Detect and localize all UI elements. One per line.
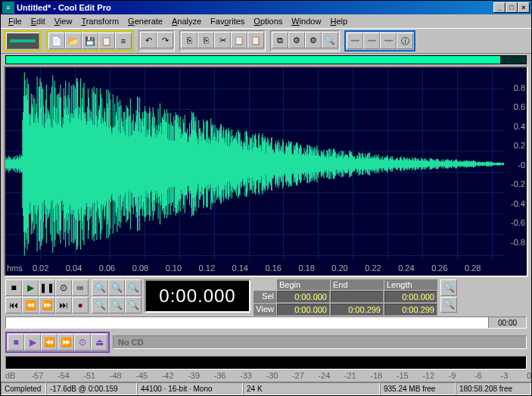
redo-button[interactable]: ↷: [157, 32, 173, 48]
cut-button[interactable]: ✂: [214, 32, 231, 48]
zoom-out-button[interactable]: 🔍: [108, 279, 125, 296]
menu-view[interactable]: View: [50, 16, 77, 27]
level-meter[interactable]: [5, 356, 527, 369]
vzoom-out-button[interactable]: 🔍: [440, 297, 457, 313]
goto-begin-button[interactable]: ⏮: [5, 297, 22, 313]
zoom-sel-button[interactable]: 🔍: [92, 297, 108, 313]
selection-view-grid: Begin End Length Sel 0:00.000 0:00.000 V…: [254, 279, 437, 313]
undo-button[interactable]: ↶: [140, 32, 157, 48]
cd-next-button[interactable]: ⏩: [58, 334, 74, 351]
play-button[interactable]: ▶: [22, 279, 39, 296]
status-size: 24 K: [243, 382, 380, 395]
db-tick: -3: [501, 371, 509, 380]
waveform-display[interactable]: hms 0.020.040.060.080.100.120.140.160.18…: [4, 66, 528, 277]
time-tick: 0.10: [166, 263, 182, 273]
menu-options[interactable]: Options: [249, 16, 287, 27]
rewind-button[interactable]: ⏪: [22, 297, 39, 313]
menu-edit[interactable]: Edit: [26, 16, 50, 27]
db-tick: -12: [422, 371, 434, 380]
open-file-button[interactable]: 📂: [65, 33, 82, 49]
view-length[interactable]: 0:00.299: [384, 304, 437, 316]
paste-button[interactable]: 📋: [231, 32, 247, 48]
db-tick: -57: [31, 371, 43, 380]
db-tick: -30: [266, 371, 278, 380]
vzoom-in-button[interactable]: 🔍: [440, 279, 457, 296]
db-tick: -45: [135, 371, 148, 380]
trim-button[interactable]: ⧉: [272, 32, 288, 48]
db-tick: -9: [449, 371, 456, 380]
horizontal-scrollbar[interactable]: 00:00: [5, 316, 527, 329]
time-ruler[interactable]: hms 0.020.040.060.080.100.120.140.160.18…: [5, 260, 504, 276]
fforward-button[interactable]: ⏩: [39, 297, 55, 313]
view-waveform-button[interactable]: 〰: [347, 33, 363, 49]
menu-favorites[interactable]: Favorites: [206, 16, 249, 27]
copy-button[interactable]: ⎘: [181, 32, 198, 48]
time-tick: 0.28: [465, 263, 481, 273]
db-tick: -48: [110, 371, 122, 380]
amp-tick: 0.6: [514, 102, 525, 111]
zoom-in-left-button[interactable]: 🔍: [108, 297, 125, 313]
menu-transform[interactable]: Transform: [76, 16, 123, 27]
goto-end-button[interactable]: ⏭: [55, 297, 72, 313]
play-to-end-button[interactable]: ⊙: [55, 279, 72, 296]
menu-file[interactable]: File: [4, 16, 26, 27]
zoom-full-button[interactable]: 🔍: [125, 279, 142, 296]
transport-panel: ■ ▶ ❚❚ ⊙ ∞ ⏮ ⏪ ⏩ ⏭ ● 🔍 🔍 🔍 🔍 🔍: [1, 277, 531, 315]
close-button[interactable]: ×: [518, 2, 530, 13]
time-display[interactable]: 0:00.000: [145, 279, 250, 313]
sel-length[interactable]: 0:00.000: [384, 291, 437, 303]
time-tick: 0.16: [265, 263, 281, 273]
new-file-button[interactable]: 📄: [48, 33, 65, 49]
db-tick: -24: [318, 371, 330, 380]
row-sel-label: Sel: [254, 291, 276, 303]
cd-panel: ■ ▶ ⏪ ⏩ ⊙ ⏏ No CD: [1, 330, 531, 354]
pause-button[interactable]: ❚❚: [39, 279, 55, 296]
multitrack-button[interactable]: ≡: [115, 33, 132, 49]
time-tick: 0.08: [132, 263, 148, 273]
stop-button[interactable]: ■: [5, 279, 22, 296]
menu-window[interactable]: Window: [287, 16, 325, 27]
menu-analyze[interactable]: Analyze: [167, 16, 206, 27]
app-icon: ≡: [2, 2, 14, 14]
view-info-button[interactable]: ⓘ: [397, 33, 413, 49]
settings-button[interactable]: ⚙: [305, 32, 322, 48]
sel-begin[interactable]: 0:00.000: [277, 291, 330, 303]
play-loop-button[interactable]: ∞: [72, 279, 89, 296]
db-tick: -54: [58, 371, 70, 380]
toolbar-row: 📄 📂 💾 📋 ≡ ↶ ↷ ⎘ ⎘ ✂ 📋 📋 ⧉ ⚙ ⚙ 🔍 〰 〰 〰 ⓘ: [1, 28, 531, 54]
amp-tick: 0.8: [514, 83, 525, 92]
menu-help[interactable]: Help: [325, 16, 352, 27]
zoom-in-button[interactable]: 🔍: [92, 279, 108, 296]
db-tick: -27: [292, 371, 304, 380]
record-button[interactable]: ●: [72, 297, 89, 313]
menu-generate[interactable]: Generate: [123, 16, 167, 27]
view-pan-button[interactable]: 〰: [380, 33, 397, 49]
titlebar[interactable]: ≡ Untitled* - Cool Edit Pro _ □ ×: [1, 1, 531, 14]
time-unit-label: hms: [7, 263, 23, 273]
cd-eject-button[interactable]: ⏏: [91, 334, 107, 351]
copy-to-new-button[interactable]: 📋: [98, 33, 115, 49]
minimize-button[interactable]: _: [493, 2, 506, 13]
maximize-button[interactable]: □: [506, 2, 518, 13]
convert-button[interactable]: ⚙: [288, 32, 305, 48]
cd-play-button[interactable]: ▶: [24, 334, 41, 351]
sel-end[interactable]: [331, 291, 384, 303]
cd-stop-button[interactable]: ■: [8, 334, 24, 351]
mode-edit-button[interactable]: [6, 33, 39, 49]
view-spectral-button[interactable]: 〰: [363, 33, 380, 49]
db-tick: -36: [214, 371, 226, 380]
save-file-button[interactable]: 💾: [82, 33, 98, 49]
view-begin[interactable]: 0:00.000: [277, 304, 330, 316]
analyze-button[interactable]: 🔍: [322, 32, 338, 48]
copy2-button[interactable]: ⎘: [198, 32, 214, 48]
time-tick: 0.04: [66, 263, 82, 273]
cd-prev-button[interactable]: ⏪: [41, 334, 58, 351]
db-tick: -39: [188, 371, 200, 380]
zoom-in-right-button[interactable]: 🔍: [125, 297, 142, 313]
cd-extract-button[interactable]: ⊙: [74, 334, 91, 351]
overview-navbar[interactable]: [5, 55, 527, 64]
col-length: Length: [384, 279, 437, 290]
mix-paste-button[interactable]: 📋: [247, 32, 264, 48]
col-end: End: [331, 279, 384, 290]
view-end[interactable]: 0:00.299: [331, 304, 384, 316]
